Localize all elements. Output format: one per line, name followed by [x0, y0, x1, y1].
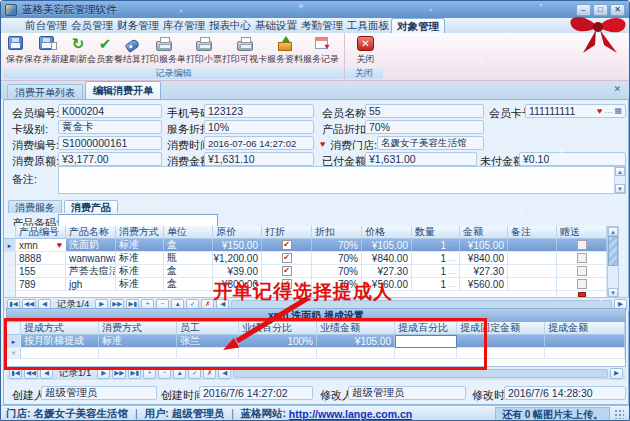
- tab-consume-product[interactable]: 消费产品: [64, 200, 118, 213]
- card-level-field[interactable]: 黄金卡: [58, 120, 162, 134]
- gift-checkbox[interactable]: [577, 240, 587, 250]
- gift-checkbox-new[interactable]: [578, 292, 586, 297]
- col-discount[interactable]: 折扣: [312, 226, 362, 239]
- menu-tab-finance[interactable]: 财务管理: [115, 18, 161, 33]
- col-amount[interactable]: 金额: [460, 226, 508, 239]
- cell-product-code[interactable]: 155: [16, 265, 66, 278]
- cell-qty[interactable]: 1…: [412, 239, 460, 252]
- scrollbar-thumb[interactable]: [608, 236, 618, 266]
- cell-note[interactable]: [508, 239, 557, 252]
- menu-tab-front-desk[interactable]: 前台管理: [23, 18, 69, 33]
- cell-product-name[interactable]: 洗面奶: [66, 239, 116, 252]
- minimize-button[interactable]: –: [576, 4, 591, 16]
- discount-checkbox[interactable]: ✔: [282, 266, 292, 276]
- cell-discounted[interactable]: ✔: [262, 252, 312, 265]
- close-form-button[interactable]: ✕ 关闭: [357, 33, 375, 69]
- product-discount-field[interactable]: 70%: [365, 120, 484, 134]
- paid-amount-field[interactable]: ¥1,631.00: [365, 152, 477, 166]
- commission-percent-editor[interactable]: [395, 335, 457, 348]
- ellipsis-button[interactable]: …: [448, 267, 456, 276]
- cell-note[interactable]: [508, 278, 557, 291]
- service-info-button[interactable]: 服务资料: [267, 33, 303, 69]
- ellipsis-button[interactable]: …: [448, 241, 456, 250]
- service-record-button[interactable]: ♥ 服务记录: [303, 33, 339, 69]
- remark-scrollbar[interactable]: ▲ ▼: [614, 167, 625, 193]
- cell-price[interactable]: ¥150.00: [213, 239, 262, 252]
- member-package-button[interactable]: ✔ 会员套餐: [87, 33, 123, 69]
- scroll-down-icon[interactable]: ▼: [608, 288, 618, 297]
- cell-unit-price[interactable]: ¥105.00: [362, 239, 412, 252]
- cell-amount[interactable]: ¥105.00: [460, 239, 508, 252]
- hscroll-right-icon[interactable]: ▶: [610, 368, 623, 379]
- menu-tab-tools[interactable]: 工具面板: [345, 18, 391, 33]
- cell-note[interactable]: [508, 265, 557, 278]
- nav-prev-button[interactable]: ◀: [40, 368, 53, 379]
- discount-checkbox[interactable]: ✔: [282, 253, 292, 263]
- menu-tab-settings[interactable]: 基础设置: [253, 18, 299, 33]
- cell-amount[interactable]: ¥560.00: [460, 278, 508, 291]
- cell-product-code[interactable]: xmn♥: [16, 239, 66, 252]
- scroll-down-icon[interactable]: ▼: [615, 184, 625, 193]
- settle-button[interactable]: 结算: [123, 33, 141, 69]
- cell-commission-method[interactable]: 按月阶梯提成: [21, 335, 99, 348]
- table-row[interactable]: ▸ xmn♥ 洗面奶 标准 盒 ¥150.00 ✔ 70% ¥105.00 1……: [4, 239, 619, 252]
- col-employee[interactable]: 员工: [177, 322, 239, 335]
- table-row[interactable]: 155 芦荟去痘洁... 标准 盒 ¥39.00 ✔ 70% ¥27.30 1……: [4, 265, 619, 278]
- nav-insert-button[interactable]: +: [143, 368, 156, 379]
- cell-discounted[interactable]: ✔: [262, 265, 312, 278]
- cell-gift[interactable]: [557, 278, 607, 291]
- cell-consume-mode[interactable]: 标准: [116, 252, 164, 265]
- menu-tab-members[interactable]: 会员管理: [69, 18, 115, 33]
- cell-price[interactable]: ¥39.00: [213, 265, 262, 278]
- member-no-field[interactable]: K000204: [58, 104, 162, 118]
- discount-checkbox[interactable]: ✔: [282, 240, 292, 250]
- ellipsis-button[interactable]: …: [448, 254, 456, 263]
- nav-edit-button[interactable]: ▲: [173, 368, 186, 379]
- cell-perf-percent[interactable]: 100%: [239, 335, 317, 348]
- col-note[interactable]: 备注: [508, 226, 557, 239]
- phone-field[interactable]: 123123: [204, 104, 314, 118]
- commission-row[interactable]: ▸ 按月阶梯提成 标准 张兰 100% ¥105.00: [7, 335, 625, 348]
- cell-amount[interactable]: ¥27.30: [460, 265, 508, 278]
- gift-checkbox[interactable]: [577, 253, 587, 263]
- scroll-up-icon[interactable]: ▲: [615, 167, 625, 176]
- ellipsis-button[interactable]: …: [448, 280, 456, 289]
- col-comm-percent[interactable]: 提成百分比: [395, 322, 457, 335]
- tab-consume-service[interactable]: 消费服务: [8, 200, 62, 213]
- tab-edit-consume-order[interactable]: 编辑消费开单: [85, 81, 161, 99]
- cell-product-code[interactable]: 8888: [16, 252, 66, 265]
- col-product-code[interactable]: 产品编号: [16, 226, 66, 239]
- cell-unit[interactable]: 盒: [164, 265, 213, 278]
- col-price[interactable]: 原价: [213, 226, 262, 239]
- save-button[interactable]: 保存: [6, 33, 24, 69]
- menu-tab-attendance[interactable]: 考勤管理: [299, 18, 345, 33]
- cell-product-code[interactable]: 789: [16, 278, 66, 291]
- print-receipt-button[interactable]: 打印小票: [186, 33, 222, 69]
- cell-unit[interactable]: 瓶: [164, 252, 213, 265]
- consume-no-field[interactable]: S1000000161: [58, 136, 162, 150]
- col-unit-price[interactable]: 价格: [362, 226, 412, 239]
- col-discounted[interactable]: 打折: [262, 226, 312, 239]
- cell-consume-mode[interactable]: 标准: [99, 335, 177, 348]
- consume-time-field[interactable]: 2016-07-06 14:27:02: [204, 136, 314, 150]
- website-link[interactable]: http://www.lange.com.cn: [289, 408, 412, 420]
- cell-qty[interactable]: 1…: [412, 252, 460, 265]
- cell-discount[interactable]: 70%: [312, 252, 362, 265]
- col-unit[interactable]: 单位: [164, 226, 213, 239]
- nav-prev-page-button[interactable]: ◀◀: [24, 368, 38, 379]
- nav-delete-button[interactable]: −: [158, 368, 171, 379]
- gift-checkbox[interactable]: [577, 266, 587, 276]
- menu-tab-inventory[interactable]: 库存管理: [161, 18, 207, 33]
- table-row[interactable]: 8888 wanwanwan 标准 瓶 ¥1,200.00 ✔ 70% ¥840…: [4, 252, 619, 265]
- hscroll-left-icon[interactable]: ◀: [218, 368, 231, 379]
- tab-consume-order-list[interactable]: 消费开单列表: [7, 84, 83, 99]
- col-comm-amount[interactable]: 提成金额: [545, 322, 625, 335]
- scroll-up-icon[interactable]: ▲: [608, 227, 618, 236]
- original-amount-field[interactable]: ¥3,177.00: [58, 152, 162, 166]
- cell-qty[interactable]: 1…: [412, 278, 460, 291]
- col-perf-amount[interactable]: 业绩金额: [317, 322, 395, 335]
- cell-product-name[interactable]: wanwanwan: [66, 252, 116, 265]
- cell-amount[interactable]: ¥840.00: [460, 252, 508, 265]
- table-scrollbar[interactable]: ▲ ▼: [607, 226, 619, 298]
- commission-empty-row[interactable]: ✳: [7, 348, 625, 359]
